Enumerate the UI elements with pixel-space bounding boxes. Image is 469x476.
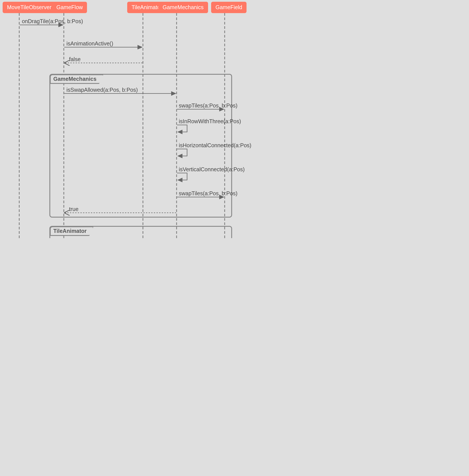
label-true: true <box>69 206 79 212</box>
sequence-diagram: MoveTileObserver GameFlow TileAnimator G… <box>0 0 469 238</box>
label-isInRowWithThree: isInRowWithThree(a:Pos) <box>179 118 241 125</box>
label-isSwapAllowed: isSwapAllowed(a:Pos, b:Pos) <box>67 87 138 93</box>
participant-gamemechanics-top: GameMechanics <box>158 2 208 13</box>
frame-label-gamemechanics: GameMechanics <box>50 74 103 84</box>
participant-movetileobserver-top: MoveTileObserver <box>3 2 56 13</box>
lifeline-movetileobserver <box>19 13 20 238</box>
participant-gameflow-top: GameFlow <box>52 2 87 13</box>
label-isAnimationActive: isAnimationActive() <box>67 41 113 47</box>
label-onDragTile: onDragTile(a:Pos, b:Pos) <box>22 18 83 24</box>
frame-label-tileanimator: TileAnimator <box>50 226 94 236</box>
label-swapTiles-1: swapTiles(a:Pos, b:Pos) <box>179 103 237 109</box>
label-swapTiles-2: swapTiles(a:Pos, b:Pos) <box>179 191 237 197</box>
label-false: false <box>69 56 81 63</box>
frame-tileanimator: TileAnimator <box>50 226 232 238</box>
participant-gamefield-top: GameField <box>211 2 247 13</box>
label-isHorizontalConnected: isHorizontalConnected(a:Pos) <box>179 142 251 148</box>
label-isVerticalConnected: isVerticalConnected(a:Pos) <box>179 166 245 173</box>
